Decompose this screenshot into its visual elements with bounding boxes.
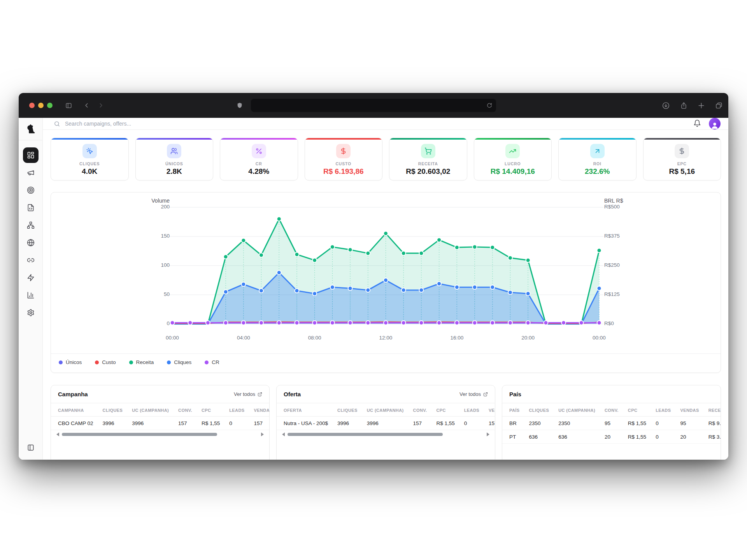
ver-todos-link[interactable]: Ver todos [459,391,488,397]
sidebar-item-link[interactable] [23,252,39,268]
left-axis-tick: 150 [135,233,170,239]
table-row[interactable]: Nutra - USA - 200$39963996157R$ 1,550157 [277,416,495,430]
ver-todos-link[interactable]: Ver todos [234,391,262,397]
ver-todos-label: Ver todos [234,391,255,397]
column-header: LEADS [229,403,254,416]
share-icon[interactable] [680,102,687,110]
search-input[interactable] [64,120,229,127]
sidebar-toggle-icon[interactable] [65,102,72,109]
sidebar-item-globe[interactable] [23,235,39,250]
kpi-value: 2.8K [136,167,213,176]
kpi-value: 232.6% [559,167,636,176]
kpi-icon-chip [505,144,520,158]
cell: 3996 [367,416,413,430]
sidebar-item-network[interactable] [23,217,39,233]
horizontal-scrollbar[interactable] [56,432,264,437]
column-header: RECEITA (CO [708,403,721,416]
minimize-button[interactable] [38,103,44,108]
column-header: UC (CAMPANHA) [367,403,413,416]
table-row[interactable]: CBO CAMP 0239963996157R$ 1,550157R [51,416,269,430]
scrollbar-track[interactable] [288,433,484,436]
sidebar-item-file-code[interactable] [23,200,39,215]
scrollbar-thumb[interactable] [62,433,217,436]
kpi-icon-chip [675,144,689,158]
legend-item-receita[interactable]: Receita [129,359,154,365]
shield-icon [237,102,243,111]
cell: R$ 1,55 [628,430,656,444]
downloads-icon[interactable] [662,102,670,110]
sidebar-item-megaphone[interactable] [23,165,39,180]
url-field[interactable] [251,99,496,112]
kpi-value: R$ 6.193,86 [305,167,382,176]
tab-overview-icon[interactable] [715,102,723,109]
legend-item-cliques[interactable]: Cliques [167,359,191,365]
zoom-button[interactable] [47,103,53,108]
scrollbar-thumb[interactable] [288,433,443,436]
chart-legend: ÚnicosCustoReceitaCliquesCR [51,354,721,365]
kpi-label: LUCRO [474,161,552,166]
legend-label: CR [212,359,219,365]
table-title: Oferta [284,391,301,397]
x-axis-tick: 16:00 [443,335,470,341]
scroll-left-icon[interactable] [56,432,59,436]
scroll-left-icon[interactable] [282,432,285,436]
tables-row: CampanhaVer todosCAMPANHACLIQUESUC (CAMP… [51,385,721,460]
legend-item-custo[interactable]: Custo [95,359,116,365]
window-controls [29,103,53,108]
forward-icon[interactable] [98,102,103,109]
column-header: CLIQUES [529,403,558,416]
cell: R$ 9.288,09 [708,416,721,430]
legend-item-unicos[interactable]: Únicos [59,359,82,365]
dog-logo-icon[interactable] [19,118,42,140]
table-row[interactable]: BR2350235095R$ 1,55095R$ 9.288,09 [502,416,721,430]
cell: R$ 1,55 [436,416,464,430]
new-tab-icon[interactable] [698,102,705,109]
sidebar-item-dashboard-grid[interactable] [23,147,39,163]
column-header: UC (CAMPANHA) [558,403,605,416]
dollar-icon [340,147,347,155]
back-icon[interactable] [84,102,89,109]
left-axis-tick: 100 [135,262,170,268]
left-axis-tick: 200 [135,204,170,210]
scroll-right-icon[interactable] [487,432,489,436]
sidebar-item-bar-chart[interactable] [23,287,39,303]
column-header: VENDAS [254,403,269,416]
legend-item-cr[interactable]: CR [205,359,219,365]
app-topbar [43,118,728,130]
cell: 95 [680,416,708,430]
bell-icon[interactable] [693,119,701,128]
horizontal-scrollbar[interactable] [282,432,489,437]
kpi-card-lucro: LUCROR$ 14.409,16 [474,138,552,180]
avatar[interactable] [709,118,721,130]
panel-left-icon[interactable] [24,441,37,454]
x-axis-tick: 04:00 [230,335,257,341]
column-header: CPC [436,403,464,416]
external-link-icon [258,392,262,397]
column-header: VENDAS [489,403,495,416]
legend-dot [167,360,171,364]
reload-icon[interactable] [487,103,492,108]
legend-label: Custo [102,359,116,365]
scrollbar-track[interactable] [62,433,258,436]
sidebar-item-settings[interactable] [23,305,39,320]
legend-label: Únicos [66,359,82,365]
cell: 0 [464,416,489,430]
cell: 3996 [132,416,178,430]
scroll-right-icon[interactable] [261,432,264,436]
kpi-label: ÚNICOS [136,161,213,166]
settings-icon [27,309,35,317]
cell: 20 [680,430,708,444]
right-axis-tick: R$0 [604,320,614,326]
cursor-click-icon [86,147,93,155]
users-icon [170,147,178,155]
close-button[interactable] [29,103,35,108]
column-header: CPC [202,403,229,416]
kpi-label: ROI [559,161,636,166]
table-row[interactable]: PT63663620R$ 1,55020R$ 3.484,10 [502,430,721,444]
sidebar-item-target[interactable] [23,182,39,198]
kpi-accent-bar [389,138,467,140]
kpi-icon-chip [167,144,181,158]
sidebar-item-zap[interactable] [23,270,39,285]
column-header: CONV. [605,403,628,416]
kpi-value: R$ 14.409,16 [474,167,552,176]
